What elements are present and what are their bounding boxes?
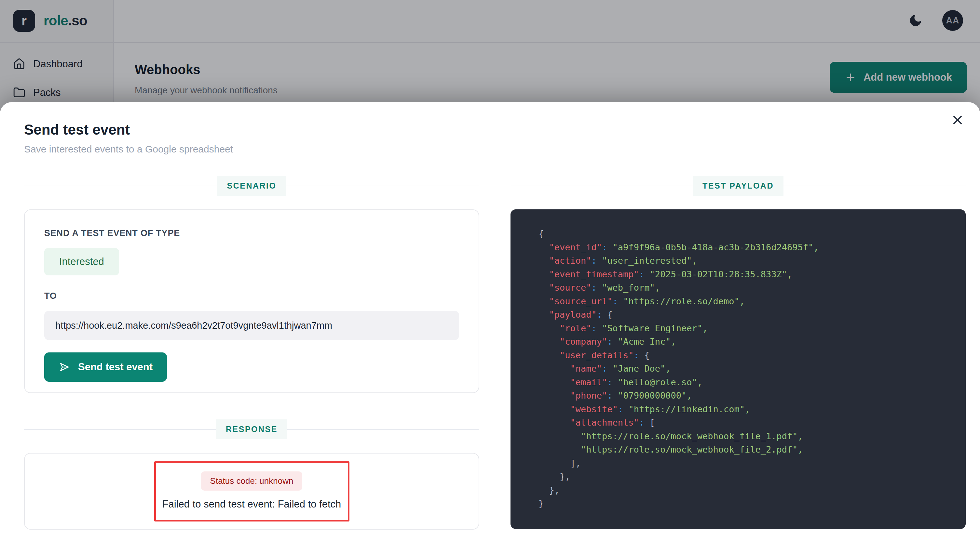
send-test-event-label: Send test event xyxy=(78,361,153,373)
error-message: Failed to send test event: Failed to fet… xyxy=(162,498,341,510)
modal-subtitle: Save interested events to a Google sprea… xyxy=(24,144,966,155)
close-button[interactable] xyxy=(950,112,966,128)
scenario-card: SEND A TEST EVENT OF TYPE Interested TO … xyxy=(24,209,479,393)
webhook-url-input[interactable] xyxy=(44,311,459,340)
send-test-event-button[interactable]: Send test event xyxy=(44,352,167,382)
payload-column: TEST PAYLOAD { "event_id": "a9f9f96a-0b5… xyxy=(511,175,966,530)
send-icon xyxy=(59,361,70,373)
modal-columns: SCENARIO SEND A TEST EVENT OF TYPE Inter… xyxy=(24,175,966,530)
response-section-label: RESPONSE xyxy=(216,419,287,439)
error-box: Status code: unknown Failed to send test… xyxy=(154,461,350,522)
response-section-header: RESPONSE xyxy=(24,419,479,440)
scenario-section-label: SCENARIO xyxy=(217,176,286,196)
scenario-section-header: SCENARIO xyxy=(24,175,479,196)
scenario-column: SCENARIO SEND A TEST EVENT OF TYPE Inter… xyxy=(24,175,479,530)
to-label: TO xyxy=(44,291,459,301)
payload-code: { "event_id": "a9f9f96a-0b5b-418a-ac3b-2… xyxy=(511,209,966,529)
payload-section-header: TEST PAYLOAD xyxy=(511,175,966,196)
event-type-label: SEND A TEST EVENT OF TYPE xyxy=(44,228,459,238)
close-icon xyxy=(950,113,965,127)
event-type-chip[interactable]: Interested xyxy=(44,248,119,275)
response-card: Status code: unknown Failed to send test… xyxy=(24,453,479,530)
modal-title: Send test event xyxy=(24,122,966,138)
payload-section-label: TEST PAYLOAD xyxy=(693,176,784,196)
send-test-event-modal: Send test event Save interested events t… xyxy=(0,102,980,554)
status-badge: Status code: unknown xyxy=(201,471,303,490)
